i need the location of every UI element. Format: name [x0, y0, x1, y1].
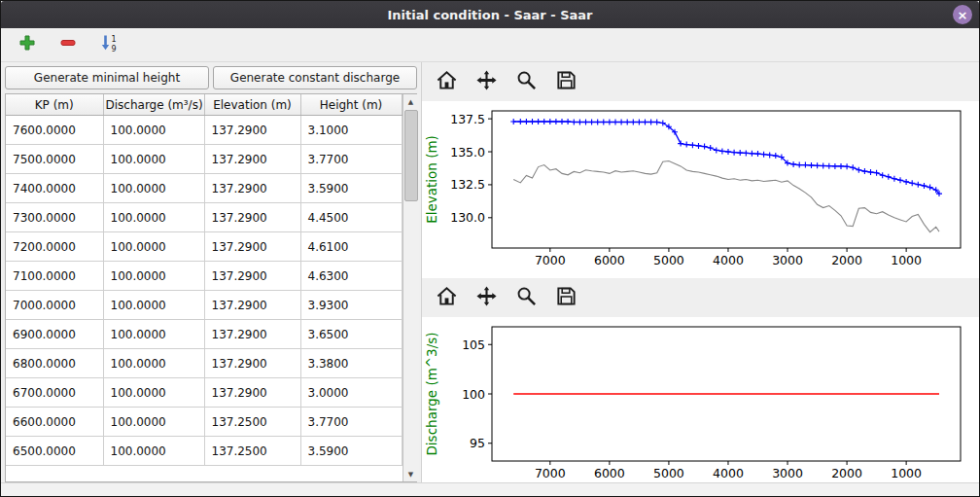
table-cell[interactable]: 3.0000 [300, 378, 402, 408]
table-cell[interactable]: 100.0000 [103, 378, 204, 408]
table-cell[interactable]: 7400.0000 [6, 174, 103, 203]
table-cell[interactable]: 100.0000 [103, 437, 204, 466]
table-row[interactable]: 7000.0000100.0000137.29003.9300 [6, 291, 402, 320]
table-row[interactable]: 6700.0000100.0000137.29003.0000 [6, 378, 402, 408]
table-cell[interactable]: 100.0000 [103, 232, 204, 262]
table-cell[interactable]: 137.2900 [204, 349, 300, 378]
table-row[interactable]: 6900.0000100.0000137.29003.6500 [6, 320, 402, 349]
table-cell[interactable]: 7300.0000 [6, 203, 103, 232]
zoom-button-2[interactable] [511, 283, 541, 312]
table-cell[interactable]: 100.0000 [103, 408, 204, 437]
table-cell[interactable]: 6500.0000 [6, 437, 103, 466]
svg-text:4000: 4000 [713, 466, 744, 480]
table-cell[interactable]: 100.0000 [103, 174, 204, 203]
generate-minimal-height-button[interactable]: Generate minimal height [5, 66, 209, 89]
table-cell[interactable]: 7600.0000 [6, 116, 103, 145]
table-cell[interactable]: 4.4500 [300, 203, 402, 232]
table-cell[interactable]: 3.7700 [300, 145, 402, 174]
scroll-down-arrow-icon[interactable]: ▼ [403, 467, 419, 481]
table-cell[interactable]: 137.2900 [204, 116, 300, 145]
table-cell[interactable]: 137.2900 [204, 262, 300, 291]
table-cell[interactable]: 3.6500 [300, 320, 402, 349]
table-cell[interactable]: 6700.0000 [6, 378, 103, 408]
svg-text:3000: 3000 [772, 466, 803, 480]
table-cell[interactable]: 7200.0000 [6, 232, 103, 262]
pan-button[interactable] [472, 67, 501, 96]
sort-1-9-icon: 1 9 [99, 33, 119, 56]
table-cell[interactable]: 3.9300 [300, 291, 402, 320]
table-cell[interactable]: 100.0000 [103, 262, 204, 291]
table-column-header[interactable]: Discharge (m³/s) [103, 94, 204, 116]
svg-text:135.0: 135.0 [450, 145, 485, 160]
table-row[interactable]: 6500.0000100.0000137.25003.5900 [6, 437, 402, 466]
home-button[interactable] [432, 67, 461, 96]
table-column-header[interactable]: Height (m) [300, 94, 402, 116]
generate-constant-discharge-button[interactable]: Generate constant discharge [213, 66, 417, 89]
svg-text:9: 9 [112, 45, 117, 53]
pan-button-2[interactable] [472, 283, 501, 312]
table-cell[interactable]: 100.0000 [103, 349, 204, 378]
table-cell[interactable]: 4.6100 [300, 232, 402, 262]
scrollbar-thumb[interactable] [404, 110, 418, 201]
save-button[interactable] [551, 67, 580, 96]
table-row[interactable]: 7600.0000100.0000137.29003.1000 [6, 116, 402, 145]
svg-text:5000: 5000 [653, 253, 684, 267]
table-cell[interactable]: 137.2900 [204, 378, 300, 408]
table-cell[interactable]: 137.2900 [204, 291, 300, 320]
table-row[interactable]: 6600.0000100.0000137.25003.7700 [6, 408, 402, 437]
table-cell[interactable]: 3.1000 [300, 116, 402, 145]
table-cell[interactable]: 6800.0000 [6, 349, 103, 378]
table-row[interactable]: 7300.0000100.0000137.29004.4500 [6, 203, 402, 232]
table-row[interactable]: 7400.0000100.0000137.29003.5900 [6, 174, 402, 203]
table-vertical-scrollbar[interactable]: ▲ ▼ [402, 94, 419, 481]
sort-button[interactable]: 1 9 [96, 32, 122, 57]
discharge-figure: 700060005000400030002000100095100105Disc… [422, 317, 979, 491]
table-cell[interactable]: 3.7700 [300, 408, 402, 437]
svg-text:3000: 3000 [772, 253, 803, 267]
table-cell[interactable]: 7100.0000 [6, 262, 103, 291]
zoom-button[interactable] [511, 67, 541, 96]
svg-text:7000: 7000 [535, 466, 566, 480]
table-cell[interactable]: 137.2900 [204, 320, 300, 349]
table-cell[interactable]: 6900.0000 [6, 320, 103, 349]
add-row-button[interactable] [15, 32, 40, 57]
table-cell[interactable]: 137.2900 [204, 203, 300, 232]
svg-text:1: 1 [112, 35, 117, 44]
table-cell[interactable]: 3.5900 [300, 174, 402, 203]
table-row[interactable]: 7200.0000100.0000137.29004.6100 [6, 232, 402, 262]
table-cell[interactable]: 100.0000 [103, 291, 204, 320]
table-cell[interactable]: 137.2500 [204, 437, 300, 466]
table-cell[interactable]: 7500.0000 [6, 145, 103, 174]
table-column-header[interactable]: KP (m) [6, 94, 103, 116]
table-cell[interactable]: 100.0000 [103, 203, 204, 232]
svg-text:132.5: 132.5 [450, 177, 485, 192]
table-row[interactable]: 7100.0000100.0000137.29004.6300 [6, 262, 402, 291]
svg-text:2000: 2000 [831, 466, 862, 480]
scroll-up-arrow-icon[interactable]: ▲ [403, 94, 419, 109]
discharge-chart[interactable]: 700060005000400030002000100095100105Disc… [422, 317, 972, 487]
table-cell[interactable]: 137.2900 [204, 232, 300, 262]
titlebar: Initial condition - Saar - Saar × [1, 1, 979, 28]
table-cell[interactable]: 137.2900 [204, 145, 300, 174]
table-cell[interactable]: 6600.0000 [6, 408, 103, 437]
table-row[interactable]: 6800.0000100.0000137.29003.3800 [6, 349, 402, 378]
table-cell[interactable]: 7000.0000 [6, 291, 103, 320]
table-row[interactable]: 7500.0000100.0000137.29003.7700 [6, 145, 402, 174]
floppy-save-icon [555, 285, 578, 311]
table-cell[interactable]: 100.0000 [103, 145, 204, 174]
table-cell[interactable]: 137.2900 [204, 174, 300, 203]
save-button-2[interactable] [551, 283, 580, 312]
elevation-plot-toolbar [422, 62, 979, 101]
table-cell[interactable]: 100.0000 [103, 116, 204, 145]
elevation-chart[interactable]: 7000600050004000300020001000130.0132.513… [422, 101, 972, 274]
table-cell[interactable]: 3.5900 [300, 437, 402, 466]
remove-row-button[interactable] [55, 32, 81, 57]
close-icon[interactable]: × [953, 5, 972, 24]
discharge-plot-toolbar [422, 278, 979, 317]
table-cell[interactable]: 3.3800 [300, 349, 402, 378]
table-column-header[interactable]: Elevation (m) [204, 94, 300, 116]
table-cell[interactable]: 137.2500 [204, 408, 300, 437]
home-button-2[interactable] [432, 283, 461, 312]
table-cell[interactable]: 4.6300 [300, 262, 402, 291]
table-cell[interactable]: 100.0000 [103, 320, 204, 349]
